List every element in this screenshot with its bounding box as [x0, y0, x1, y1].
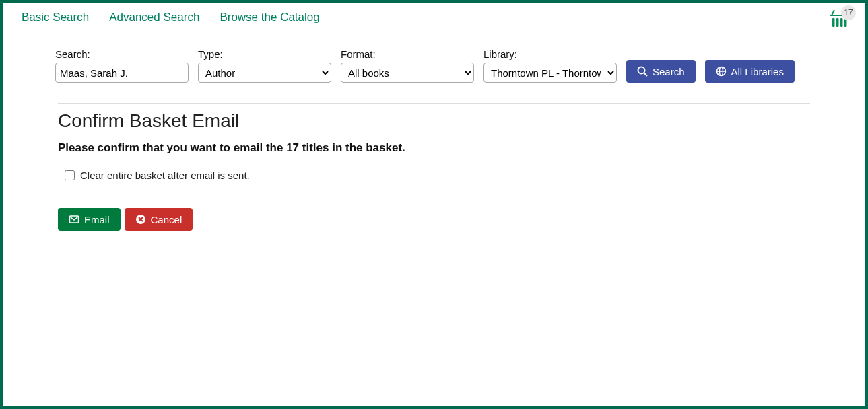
- library-label: Library:: [483, 48, 617, 60]
- cancel-button-label: Cancel: [151, 214, 182, 225]
- globe-icon: [716, 66, 727, 77]
- all-libraries-button-label: All Libraries: [731, 66, 784, 77]
- svg-line-5: [644, 73, 648, 77]
- basket-count-badge: 17: [841, 5, 856, 20]
- format-select[interactable]: All books: [341, 63, 474, 83]
- search-input[interactable]: [55, 63, 189, 83]
- library-select[interactable]: Thorntown PL - Thorntown: [483, 63, 617, 83]
- svg-rect-0: [832, 18, 835, 27]
- search-button-label: Search: [653, 66, 685, 77]
- clear-basket-checkbox[interactable]: [65, 170, 75, 180]
- cancel-button[interactable]: Cancel: [125, 208, 193, 231]
- search-label: Search:: [55, 48, 189, 60]
- cancel-icon: [135, 214, 146, 225]
- basket-button[interactable]: 17: [829, 8, 852, 31]
- nav-advanced-search[interactable]: Advanced Search: [109, 11, 199, 24]
- all-libraries-button[interactable]: All Libraries: [705, 60, 795, 83]
- page-title: Confirm Basket Email: [58, 110, 810, 132]
- nav-browse-catalog[interactable]: Browse the Catalog: [220, 11, 319, 24]
- type-select[interactable]: Author: [198, 63, 331, 83]
- type-label: Type:: [198, 48, 331, 60]
- svg-rect-1: [836, 18, 839, 27]
- email-icon: [69, 214, 79, 225]
- email-button-label: Email: [84, 214, 110, 225]
- divider: [58, 103, 810, 104]
- confirm-text: Please confirm that you want to email th…: [58, 141, 810, 155]
- email-button[interactable]: Email: [58, 208, 121, 231]
- format-label: Format:: [341, 48, 474, 60]
- search-button[interactable]: Search: [626, 60, 696, 83]
- svg-point-4: [638, 67, 645, 74]
- nav-basic-search[interactable]: Basic Search: [22, 11, 89, 24]
- svg-rect-2: [840, 18, 843, 27]
- search-icon: [637, 66, 648, 77]
- clear-basket-label: Clear entire basket after email is sent.: [80, 170, 250, 181]
